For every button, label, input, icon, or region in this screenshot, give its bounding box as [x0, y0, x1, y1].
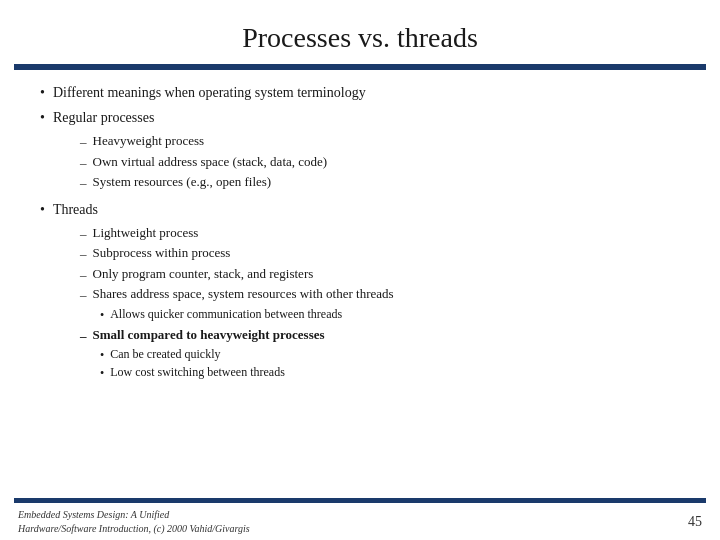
- ssub-created: • Can be created quickly: [100, 346, 680, 364]
- bullet-different-text: Different meanings when operating system…: [53, 82, 366, 103]
- footer-line2: Hardware/Software Introduction, (c) 2000…: [18, 522, 250, 536]
- sub-small-text: Small compared to heavyweight processes: [93, 326, 325, 345]
- threads-sub-list: – Lightweight process – Subprocess withi…: [80, 224, 680, 383]
- dash-lightweight: –: [80, 224, 87, 244]
- ssub-low-text: Low cost switching between threads: [110, 364, 285, 381]
- sub-shares: – Shares address space, system resources…: [80, 285, 680, 305]
- regular-sub-list: – Heavyweight process – Own virtual addr…: [80, 132, 680, 193]
- sub-shares-text: Shares address space, system resources w…: [93, 285, 394, 304]
- sub-heavyweight-text: Heavyweight process: [93, 132, 205, 151]
- slide: Processes vs. threads • Different meanin…: [0, 0, 720, 540]
- shares-subsub-list: • Allows quicker communication between t…: [100, 306, 680, 324]
- ssub-dot-low: •: [100, 364, 104, 382]
- sub-heavyweight: – Heavyweight process: [80, 132, 680, 152]
- bullet-different-meanings: • Different meanings when operating syst…: [40, 82, 680, 103]
- sub-virtual: – Own virtual address space (stack, data…: [80, 153, 680, 173]
- bullet-regular-processes: • Regular processes: [40, 107, 680, 128]
- sub-system: – System resources (e.g., open files): [80, 173, 680, 193]
- title-area: Processes vs. threads: [0, 0, 720, 64]
- bullet-dot-1: •: [40, 82, 45, 103]
- sub-lightweight: – Lightweight process: [80, 224, 680, 244]
- sub-small: – Small compared to heavyweight processe…: [80, 326, 680, 346]
- sub-lightweight-text: Lightweight process: [93, 224, 199, 243]
- dash-subprocess: –: [80, 244, 87, 264]
- page-number: 45: [688, 514, 702, 530]
- dash-system: –: [80, 173, 87, 193]
- footer: Embedded Systems Design: A Unified Hardw…: [0, 503, 720, 540]
- bullet-dot-2: •: [40, 107, 45, 128]
- sub-only-pc-text: Only program counter, stack, and registe…: [93, 265, 314, 284]
- ssub-allows: • Allows quicker communication between t…: [100, 306, 680, 324]
- dash-heavyweight: –: [80, 132, 87, 152]
- dash-shares: –: [80, 285, 87, 305]
- dash-virtual: –: [80, 153, 87, 173]
- footer-line1: Embedded Systems Design: A Unified: [18, 508, 250, 522]
- bullet-regular-text: Regular processes: [53, 107, 154, 128]
- sub-subprocess: – Subprocess within process: [80, 244, 680, 264]
- small-subsub-list: • Can be created quickly • Low cost swit…: [100, 346, 680, 382]
- sub-virtual-text: Own virtual address space (stack, data, …: [93, 153, 328, 172]
- bullet-threads-text: Threads: [53, 199, 98, 220]
- bullet-dot-3: •: [40, 199, 45, 220]
- sub-only-pc: – Only program counter, stack, and regis…: [80, 265, 680, 285]
- sub-subprocess-text: Subprocess within process: [93, 244, 231, 263]
- dash-only-pc: –: [80, 265, 87, 285]
- bullet-threads: • Threads: [40, 199, 680, 220]
- ssub-allows-text: Allows quicker communication between thr…: [110, 306, 342, 323]
- content-area: • Different meanings when operating syst…: [0, 70, 720, 498]
- ssub-created-text: Can be created quickly: [110, 346, 220, 363]
- slide-title: Processes vs. threads: [40, 22, 680, 54]
- footer-citation: Embedded Systems Design: A Unified Hardw…: [18, 508, 250, 535]
- ssub-low-cost: • Low cost switching between threads: [100, 364, 680, 382]
- ssub-dot-allows: •: [100, 306, 104, 324]
- ssub-dot-created: •: [100, 346, 104, 364]
- sub-system-text: System resources (e.g., open files): [93, 173, 272, 192]
- dash-small: –: [80, 326, 87, 346]
